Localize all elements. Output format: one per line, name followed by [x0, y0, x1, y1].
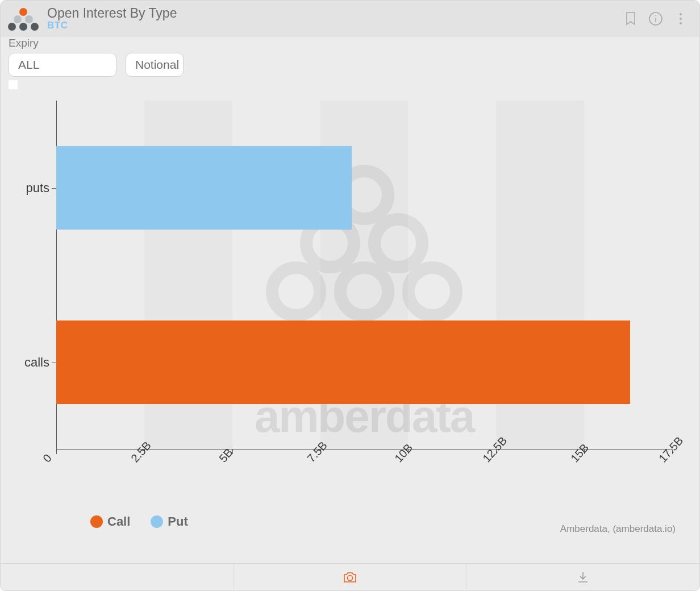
- x-tick-label: 17.5B: [656, 434, 686, 465]
- svg-point-6: [272, 268, 320, 315]
- mode-dropdown[interactable]: Notional: [126, 53, 184, 77]
- footer-slot-left[interactable]: [1, 564, 234, 590]
- legend-swatch-put: [151, 515, 163, 528]
- credit-text: Amberdata, (amberdata.io): [560, 523, 676, 535]
- legend-label-call: Call: [107, 514, 130, 529]
- x-tick-label: 0: [40, 452, 55, 465]
- chart-panel: Open Interest By Type BTC Expiry ALL Not…: [0, 0, 700, 591]
- y-tick: [52, 188, 56, 189]
- chart-area: amberdata 02.5B5B7.5B10B12.5B15B17.5Bput…: [11, 95, 689, 563]
- expiry-dropdown[interactable]: ALL: [9, 53, 116, 77]
- bar-calls[interactable]: [56, 321, 630, 404]
- legend-label-put: Put: [168, 514, 188, 529]
- bookmark-icon[interactable]: [622, 10, 639, 27]
- legend-swatch-call: [90, 515, 103, 528]
- x-tick: [56, 450, 57, 454]
- panel-title: Open Interest By Type: [47, 6, 177, 20]
- legend-item-put[interactable]: Put: [151, 514, 188, 529]
- y-tick-label: puts: [26, 181, 49, 195]
- title-block: Open Interest By Type BTC: [47, 6, 177, 31]
- bar-puts[interactable]: [56, 146, 352, 230]
- svg-point-9: [347, 575, 352, 580]
- small-box: [9, 80, 18, 89]
- legend-item-call[interactable]: Call: [90, 514, 130, 529]
- panel-subtitle: BTC: [47, 20, 177, 31]
- more-icon[interactable]: [672, 10, 689, 27]
- svg-point-8: [409, 268, 456, 315]
- x-tick-label: 12.5B: [480, 434, 510, 465]
- download-button[interactable]: [467, 564, 699, 590]
- footer-toolbar: [1, 563, 699, 590]
- expiry-label: Expiry: [9, 37, 39, 49]
- legend: Call Put: [90, 514, 188, 529]
- controls-row: Expiry ALL Notional: [1, 37, 699, 89]
- y-tick-label: calls: [24, 355, 49, 370]
- plot-region: amberdata 02.5B5B7.5B10B12.5B15B17.5Bput…: [56, 101, 672, 450]
- panel-header: Open Interest By Type BTC: [1, 1, 699, 37]
- screenshot-button[interactable]: [234, 564, 466, 590]
- info-icon[interactable]: [647, 10, 664, 27]
- amberdata-logo-icon: [7, 8, 39, 30]
- y-tick: [52, 363, 56, 363]
